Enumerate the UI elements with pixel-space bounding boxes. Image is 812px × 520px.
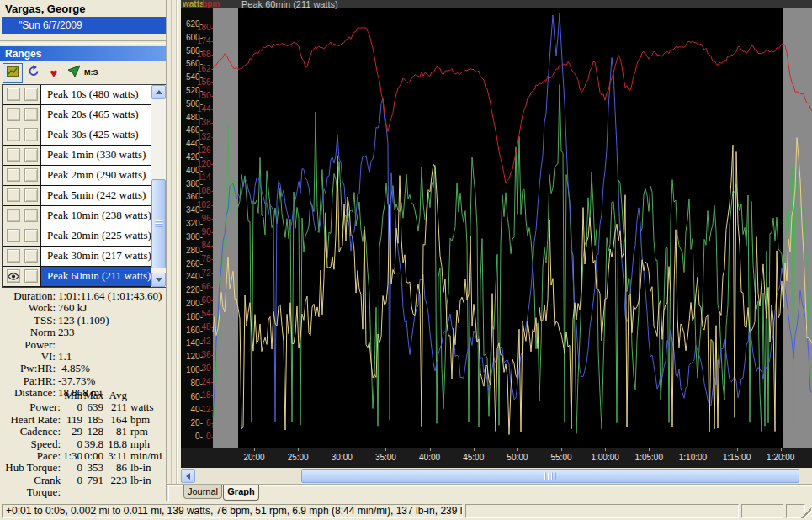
x-tick-mark [474, 448, 475, 451]
range-list-item[interactable]: Peak 30min (217 watts) [3, 247, 166, 267]
scroll-left-button[interactable] [181, 469, 195, 483]
y-tick-bpm: 132- [181, 133, 214, 141]
range-select-checkbox[interactable] [24, 128, 38, 141]
x-tick-label: 20:00 [243, 453, 264, 462]
y-tick-bpm: 162- [181, 65, 214, 73]
y-tick-bpm: 36- [181, 351, 214, 359]
range-visibility-checkbox[interactable] [7, 269, 20, 283]
refresh-button[interactable] [24, 63, 43, 82]
y-tick-bpm: 108- [181, 187, 214, 195]
sum-max: 128 [82, 426, 103, 438]
workout-stats-block: Duration:1:01:11.64 (1:01:43.60)Work:760… [0, 290, 166, 400]
range-label[interactable]: Peak 30min (217 watts) [41, 247, 166, 266]
range-list-item[interactable]: Peak 1min (330 watts) [3, 146, 166, 166]
range-select-checkbox[interactable] [24, 209, 38, 222]
scroll-up-button[interactable] [151, 85, 166, 99]
x-tick-mark [737, 448, 738, 451]
sum-label: Crank Torque: [0, 475, 61, 499]
ranges-list-scrollbar[interactable] [151, 85, 166, 287]
chart-toggle-button[interactable] [3, 63, 23, 83]
range-visibility-checkbox[interactable] [7, 108, 20, 121]
summary-header-row: MinMaxAvg [0, 390, 166, 401]
sum-label: Speed: [0, 438, 61, 450]
range-visibility-checkbox[interactable] [7, 168, 20, 182]
range-list-item[interactable]: Peak 10s (480 watts) [3, 85, 166, 105]
stat-label: Pw:HR: [0, 363, 56, 374]
workout-date-item[interactable]: "Sun 6/7/2009 [2, 17, 166, 34]
sum-unit: lb-in [127, 462, 151, 474]
status-panel-3 [741, 504, 783, 518]
wko-application-window: Vargas, George "Sun 6/7/2009 Ranges ♥ M:… [0, 0, 812, 520]
sum-unit: min/mi [127, 450, 162, 462]
range-select-checkbox[interactable] [24, 229, 38, 242]
range-list-item[interactable]: Peak 2min (290 watts) [3, 166, 166, 186]
pace-button[interactable] [65, 63, 83, 82]
range-visibility-checkbox[interactable] [7, 249, 20, 263]
chart-plot-area[interactable] [213, 8, 812, 448]
range-list-item[interactable]: Peak 60min (211 watts) [3, 267, 166, 287]
scrollbar-thumb[interactable] [151, 179, 166, 268]
tab-graph[interactable]: Graph [223, 485, 259, 501]
y-tick-bpm: 60- [181, 296, 214, 305]
range-list-item[interactable]: Peak 30s (425 watts) [3, 125, 166, 146]
range-select-checkbox[interactable] [24, 108, 38, 121]
range-label[interactable]: Peak 20s (465 watts) [41, 105, 166, 125]
summary-row: Cadence:2912881rpm [0, 426, 166, 438]
range-select-checkbox[interactable] [24, 249, 38, 263]
range-label[interactable]: Peak 30s (425 watts) [41, 125, 166, 145]
resize-grip-icon[interactable] [801, 508, 811, 518]
sum-avg: 223 [103, 475, 127, 499]
down-arrow-icon [156, 278, 162, 282]
range-label[interactable]: Peak 10s (480 watts) [41, 85, 166, 104]
y-tick-bpm: 84- [181, 241, 214, 250]
time-format-label[interactable]: M:S [84, 68, 98, 77]
range-visibility-checkbox[interactable] [7, 209, 20, 222]
range-visibility-checkbox[interactable] [7, 229, 20, 242]
tab-journal[interactable]: Journal [183, 485, 222, 499]
stat-value: 1:01:11.64 (1:01:43.60) [56, 290, 162, 302]
range-label[interactable]: Peak 20min (225 watts) [41, 226, 166, 246]
range-select-checkbox[interactable] [24, 188, 38, 202]
sum-min: 0 [61, 401, 82, 413]
range-checkbox-column [3, 146, 41, 165]
stat-line: Pa:HR:-37.73% [0, 375, 166, 387]
heart-rate-button[interactable]: ♥ [45, 63, 63, 82]
range-label[interactable]: Peak 10min (238 watts) [41, 206, 166, 226]
chart-range-title: Peak 60min (211 watts) [241, 0, 338, 9]
range-label[interactable]: Peak 60min (211 watts) [41, 267, 166, 286]
range-list-item[interactable]: Peak 5min (242 watts) [3, 186, 166, 206]
panel-splitter[interactable] [167, 0, 181, 484]
range-list-item[interactable]: Peak 10min (238 watts) [3, 206, 166, 226]
scroll-down-button[interactable] [151, 273, 166, 287]
range-visibility-checkbox[interactable] [7, 188, 20, 202]
range-select-checkbox[interactable] [24, 269, 38, 283]
sum-label: Pace: [0, 450, 61, 462]
range-list-item[interactable]: Peak 20s (465 watts) [3, 105, 166, 125]
range-checkbox-column [3, 226, 41, 246]
summary-row: Heart Rate:119185164bpm [0, 414, 166, 426]
y-tick-bpm: 138- [181, 119, 214, 127]
stat-line: VI:1.1 [0, 351, 166, 363]
range-visibility-checkbox[interactable] [7, 128, 20, 141]
sum-min: 119 [61, 414, 82, 426]
range-checkbox-column [3, 206, 41, 226]
summary-row: Speed:039.818.8mph [0, 438, 166, 450]
range-select-checkbox[interactable] [24, 88, 38, 101]
range-checkbox-column [3, 166, 41, 185]
unselected-range-overlay [213, 8, 238, 448]
y-tick-bpm: 0- [181, 432, 214, 441]
range-visibility-checkbox[interactable] [7, 148, 20, 162]
range-label[interactable]: Peak 2min (290 watts) [41, 166, 166, 185]
range-visibility-checkbox[interactable] [7, 88, 20, 101]
range-list-item[interactable]: Peak 20min (225 watts) [3, 226, 166, 247]
sum-unit: rpm [127, 426, 148, 438]
range-select-checkbox[interactable] [24, 168, 38, 182]
scrollbar-thumb[interactable] [301, 469, 799, 483]
range-label[interactable]: Peak 1min (330 watts) [41, 146, 166, 165]
range-label[interactable]: Peak 5min (242 watts) [41, 186, 166, 205]
chart-horizontal-scrollbar[interactable] [181, 468, 812, 484]
stat-label: TSS: [0, 315, 56, 326]
sum-max: 39.8 [82, 438, 103, 450]
range-select-checkbox[interactable] [24, 148, 38, 162]
sum-min: 0 [61, 475, 82, 499]
